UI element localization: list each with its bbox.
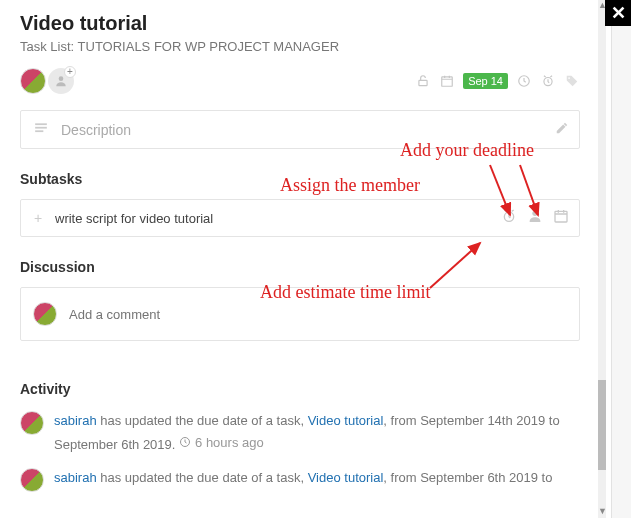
description-placeholder: Description [61, 122, 131, 138]
subtask-estimate-icon[interactable] [501, 208, 517, 228]
description-icon [33, 121, 49, 138]
activity-user-link[interactable]: sabirah [54, 413, 97, 428]
calendar-start-icon[interactable] [439, 73, 455, 89]
activity-user-link[interactable]: sabirah [54, 470, 97, 485]
close-button[interactable]: ✕ [605, 0, 631, 26]
discussion-heading: Discussion [20, 259, 580, 275]
subtasks-heading: Subtasks [20, 171, 580, 187]
activity-item: sabirah has updated the due date of a ta… [20, 468, 580, 492]
avatar [20, 411, 44, 435]
activity-heading: Activity [20, 381, 580, 397]
add-subtask-icon[interactable]: + [31, 210, 45, 226]
current-user-avatar [33, 302, 57, 326]
description-field[interactable]: Description [20, 110, 580, 149]
svg-point-10 [532, 211, 537, 216]
subtask-deadline-icon[interactable] [553, 208, 569, 228]
activity-task-link[interactable]: Video tutorial [308, 470, 384, 485]
svg-point-0 [59, 76, 64, 81]
privacy-icon[interactable] [415, 73, 431, 89]
task-detail-panel: Video tutorial Task List: TUTORIALS FOR … [0, 0, 600, 518]
svg-rect-2 [442, 77, 453, 86]
activity-item: sabirah has updated the due date of a ta… [20, 411, 580, 454]
svg-rect-11 [555, 211, 567, 222]
activity-task-link[interactable]: Video tutorial [308, 413, 384, 428]
svg-rect-7 [35, 127, 47, 129]
task-list-breadcrumb: Task List: TUTORIALS FOR WP PROJECT MANA… [20, 39, 580, 54]
subtask-title-input[interactable] [55, 211, 491, 226]
reminder-icon[interactable] [540, 73, 556, 89]
tag-icon[interactable] [564, 73, 580, 89]
activity-time: 6 hours ago [179, 433, 264, 453]
task-title: Video tutorial [20, 12, 580, 35]
scrollbar-down-arrow[interactable]: ▼ [598, 506, 606, 518]
svg-rect-6 [35, 123, 47, 125]
svg-rect-1 [419, 80, 427, 85]
svg-rect-8 [35, 130, 43, 132]
due-date-badge[interactable]: Sep 14 [463, 73, 508, 89]
edit-description-icon[interactable] [555, 121, 569, 138]
side-strip [611, 0, 631, 518]
assignee-avatars [20, 68, 74, 94]
scrollbar-thumb[interactable] [598, 380, 606, 470]
discussion-box [20, 287, 580, 341]
time-icon[interactable] [516, 73, 532, 89]
avatar[interactable] [20, 68, 46, 94]
subtask-assignee-icon[interactable] [527, 208, 543, 228]
subtask-input-row: + [20, 199, 580, 237]
comment-input[interactable] [69, 307, 567, 322]
add-assignee-button[interactable] [48, 68, 74, 94]
task-meta-icons: Sep 14 [415, 73, 580, 89]
avatar [20, 468, 44, 492]
svg-point-5 [568, 77, 570, 79]
